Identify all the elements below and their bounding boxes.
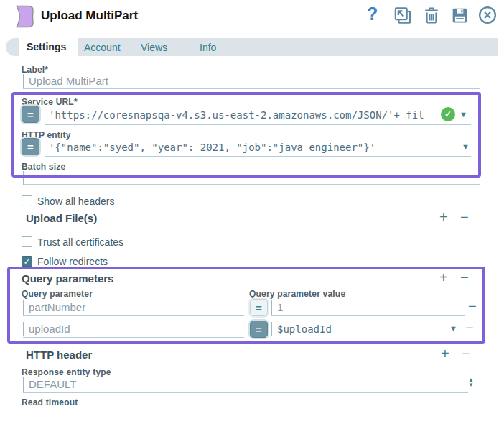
- response-entity-type-select[interactable]: DEFAULT: [29, 378, 76, 390]
- label-field-label: Label*: [22, 65, 48, 75]
- help-icon[interactable]: ?: [367, 4, 378, 24]
- service-url-underline: [45, 124, 471, 125]
- batch-size-input-edge: [23, 171, 24, 185]
- save-icon[interactable]: [449, 5, 470, 25]
- query-parameters-section-title: Query parameters: [22, 272, 113, 285]
- param-name-input-edge: [23, 322, 24, 336]
- http-header-add-button[interactable]: +: [441, 348, 449, 359]
- valid-expression-badge: ✓: [441, 107, 455, 121]
- param-value-underline: [271, 315, 465, 316]
- query-parameter-value-column-header: Query parameter value: [249, 289, 345, 299]
- response-entity-type-underline: [23, 392, 468, 393]
- param-value-input-edge: [271, 300, 272, 315]
- param-value-input[interactable]: 1: [277, 301, 283, 313]
- param-value-expression-toggle[interactable]: =: [250, 321, 268, 338]
- service-url-input-edge: [45, 107, 45, 122]
- dialog-title: Upload MultiPart: [41, 9, 138, 23]
- checkbox-check-icon: ✓: [23, 257, 30, 267]
- param-name-input-edge: [23, 300, 24, 315]
- response-entity-type-input-edge: [23, 377, 24, 392]
- spinner-down-icon: ▼: [468, 382, 474, 387]
- tab-account[interactable]: Account: [84, 42, 121, 53]
- query-parameters-remove-button[interactable]: −: [460, 272, 469, 283]
- http-entity-dropdown-icon[interactable]: ▼: [462, 142, 470, 151]
- tab-settings[interactable]: Settings: [27, 41, 66, 52]
- param-value-expression-toggle[interactable]: =: [250, 299, 268, 316]
- snap-settings-dialog: Upload MultiPart ? Settings Account: [0, 0, 504, 424]
- tab-bar: [6, 38, 498, 56]
- show-all-headers-label: Show all headers: [37, 195, 114, 207]
- snap-shape-icon: [9, 4, 36, 29]
- close-icon[interactable]: [477, 5, 498, 25]
- service-url-input[interactable]: 'https://coresnapsqa-v4.s3.us-east-2.ama…: [49, 109, 441, 121]
- param-name-input[interactable]: uploadId: [29, 323, 70, 335]
- follow-redirects-label: Follow redirects: [37, 256, 108, 267]
- row-remove-button[interactable]: −: [465, 322, 474, 333]
- upload-files-add-button[interactable]: +: [439, 211, 448, 223]
- http-header-remove-button[interactable]: −: [462, 348, 470, 359]
- read-timeout-label: Read timeout: [22, 397, 78, 407]
- query-parameter-column-header: Query parameter: [22, 289, 93, 299]
- param-value-input-edge: [271, 322, 272, 336]
- service-url-expression-toggle[interactable]: =: [22, 106, 39, 123]
- trust-all-certificates-checkbox[interactable]: [22, 236, 32, 247]
- tab-views[interactable]: Views: [141, 42, 167, 53]
- http-entity-underline: [45, 156, 471, 157]
- param-name-underline: [23, 315, 244, 316]
- param-name-input[interactable]: partNumber: [29, 301, 85, 313]
- follow-redirects-checkbox[interactable]: ✓: [22, 256, 32, 267]
- batch-size-underline: [23, 184, 480, 185]
- response-entity-type-spinner[interactable]: ▲ ▼: [468, 377, 474, 387]
- response-entity-type-label: Response entity type: [22, 367, 111, 377]
- query-parameters-add-button[interactable]: +: [439, 272, 448, 283]
- param-name-underline: [23, 337, 244, 338]
- param-value-input[interactable]: $uploadId: [277, 323, 442, 335]
- label-input[interactable]: Upload MultiPart: [29, 75, 108, 87]
- popout-icon[interactable]: [393, 6, 413, 25]
- http-entity-input[interactable]: '{"name":"syed", "year": 2021, "job":"ja…: [49, 142, 451, 153]
- upload-files-remove-button[interactable]: −: [460, 211, 469, 223]
- tab-info[interactable]: Info: [200, 42, 216, 53]
- highlight-box-request: [11, 92, 481, 178]
- http-entity-input-edge: [45, 139, 45, 155]
- trash-icon[interactable]: [421, 5, 442, 25]
- upload-files-section-title: Upload File(s): [26, 212, 97, 224]
- trust-all-certificates-label: Trust all certificates: [37, 236, 123, 248]
- http-header-section-title: HTTP header: [26, 349, 92, 361]
- label-input-edge: [23, 74, 24, 88]
- label-input-underline: [23, 88, 480, 89]
- show-all-headers-checkbox[interactable]: [22, 195, 32, 206]
- batch-size-label: Batch size: [22, 162, 65, 172]
- service-url-dropdown-icon[interactable]: ▼: [459, 110, 467, 119]
- row-remove-button[interactable]: −: [468, 300, 477, 312]
- http-entity-expression-toggle[interactable]: =: [22, 138, 39, 155]
- param-value-dropdown-icon[interactable]: ▼: [449, 324, 457, 333]
